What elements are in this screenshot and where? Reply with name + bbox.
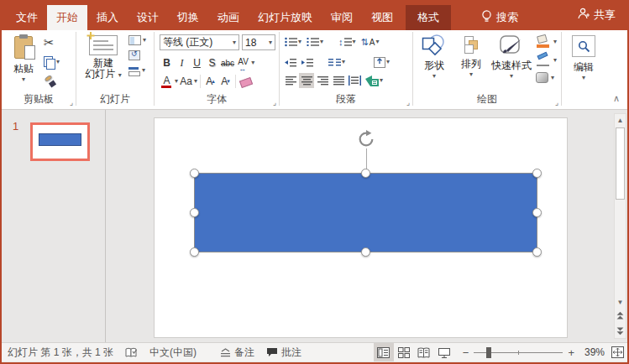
tab-home[interactable]: 开始: [47, 5, 87, 30]
tell-me-search[interactable]: 搜索: [473, 5, 527, 30]
shape-fill-button[interactable]: ▾: [536, 35, 557, 48]
reset-slide-button[interactable]: [128, 50, 146, 60]
resize-handle-middle-left[interactable]: [190, 208, 199, 217]
tab-transitions[interactable]: 切换: [168, 5, 208, 30]
paste-button[interactable]: 粘贴 ▾: [7, 34, 40, 95]
justify-icon: [333, 76, 344, 86]
align-center-button[interactable]: [299, 73, 314, 88]
strikethrough-button[interactable]: abc: [220, 55, 235, 70]
zoom-in-button[interactable]: +: [568, 346, 574, 359]
increase-indent-icon: [301, 58, 313, 67]
tab-animations[interactable]: 动画: [208, 5, 249, 30]
slide-indicator[interactable]: 幻灯片 第 1 张，共 1 张: [2, 343, 119, 361]
decrease-indent-button[interactable]: [283, 55, 298, 70]
clear-formatting-button[interactable]: [238, 74, 253, 89]
resize-handle-bottom-left[interactable]: [190, 247, 199, 257]
paragraph-dialog-launcher[interactable]: ⌟: [406, 99, 410, 106]
convert-smartart-button[interactable]: ▾: [364, 73, 385, 88]
tab-file[interactable]: 文件: [7, 5, 47, 30]
italic-button[interactable]: I: [175, 55, 189, 70]
resize-handle-bottom-right[interactable]: [532, 247, 542, 257]
line-spacing-button[interactable]: ↕ ▾: [337, 34, 358, 49]
underline-button[interactable]: U: [190, 55, 204, 70]
next-slide-button[interactable]: [615, 323, 626, 338]
cut-button[interactable]: ✂: [44, 35, 60, 50]
fit-slide-to-window-button[interactable]: [611, 346, 624, 358]
scrollbar-thumb[interactable]: [616, 127, 625, 200]
slide-thumbnail[interactable]: [30, 122, 90, 161]
slide-sorter-view-button[interactable]: [394, 343, 414, 361]
rotate-handle[interactable]: [357, 130, 375, 152]
font-color-button[interactable]: A: [160, 74, 174, 89]
slide-canvas[interactable]: [154, 117, 568, 338]
distribute-text-button[interactable]: [347, 73, 363, 88]
shape-effects-icon: [536, 72, 548, 83]
character-spacing-button[interactable]: AV: [236, 55, 250, 70]
resize-handle-top-right[interactable]: [532, 169, 542, 178]
clipboard-dialog-launcher[interactable]: ⌟: [70, 99, 73, 106]
font-dialog-launcher[interactable]: ⌟: [273, 99, 276, 106]
format-painter-button[interactable]: [44, 74, 60, 89]
selected-rectangle-shape[interactable]: [195, 174, 537, 252]
align-right-button[interactable]: [315, 73, 330, 88]
bullets-button[interactable]: ▾: [283, 34, 303, 49]
scroll-down-button[interactable]: ▼: [615, 296, 626, 308]
resize-handle-top-left[interactable]: [190, 169, 199, 178]
normal-view-button[interactable]: [374, 343, 394, 361]
slide-show-icon: [438, 347, 450, 358]
shape-effects-button[interactable]: ▾: [536, 72, 557, 83]
tab-review[interactable]: 审阅: [322, 5, 362, 30]
zoom-out-button[interactable]: −: [463, 346, 469, 359]
increase-indent-button[interactable]: [300, 55, 315, 70]
collapse-ribbon-button[interactable]: ∧: [613, 93, 620, 104]
numbering-button[interactable]: ▾: [305, 34, 325, 49]
scroll-up-button[interactable]: ▲: [615, 114, 626, 126]
copy-button[interactable]: ▾: [44, 55, 60, 70]
comments-button[interactable]: 批注: [260, 343, 307, 361]
editing-button[interactable]: 编辑 ▾: [569, 35, 599, 81]
notes-button[interactable]: 备注: [214, 343, 260, 361]
language-button[interactable]: 中文(中国): [144, 343, 202, 361]
share-button[interactable]: 共享: [577, 0, 616, 30]
slide-layout-button[interactable]: ▾: [128, 35, 146, 45]
bold-button[interactable]: B: [160, 55, 174, 70]
new-slide-button[interactable]: 新建 幻灯片 ▾: [80, 34, 127, 96]
clipboard-mini-buttons: ✂ ▾: [44, 35, 60, 89]
grow-font-button[interactable]: A▴: [203, 74, 218, 89]
shrink-font-button[interactable]: A▾: [218, 74, 233, 89]
reading-view-button[interactable]: [414, 343, 434, 361]
tab-format-contextual[interactable]: 格式: [406, 5, 451, 30]
resize-handle-top-center[interactable]: [361, 169, 370, 178]
change-case-button[interactable]: Aa: [179, 74, 193, 89]
shapes-button[interactable]: 形状 ▾: [415, 34, 453, 96]
tab-slideshow[interactable]: 幻灯片放映: [249, 5, 322, 30]
dropdown-arrow-icon: ▾: [118, 71, 122, 79]
zoom-slider-thumb[interactable]: [486, 347, 491, 358]
tab-insert[interactable]: 插入: [87, 5, 128, 30]
previous-slide-button[interactable]: [615, 308, 626, 323]
align-text-button[interactable]: ▾: [372, 55, 391, 70]
slide-show-button[interactable]: [434, 343, 454, 361]
resize-handle-bottom-center[interactable]: [361, 247, 370, 257]
justify-button[interactable]: [331, 73, 346, 88]
columns-button[interactable]: ▾: [327, 55, 347, 70]
resize-handle-middle-right[interactable]: [532, 208, 542, 217]
text-shadow-button[interactable]: S: [205, 55, 219, 70]
tab-view[interactable]: 视图: [362, 5, 402, 30]
lines-icon: [344, 37, 352, 47]
zoom-percentage[interactable]: 39%: [579, 346, 605, 358]
tab-design[interactable]: 设计: [128, 5, 168, 30]
spell-check-button[interactable]: [119, 343, 144, 361]
arrange-button[interactable]: 排列 ▾: [452, 34, 490, 96]
font-name-combobox[interactable]: 等线 (正文) ▾: [160, 34, 239, 50]
font-size-combobox[interactable]: 18 ▾: [242, 34, 275, 50]
drawing-group-label: 绘图: [413, 92, 561, 107]
shape-outline-button[interactable]: ▾: [536, 54, 557, 66]
text-direction-button[interactable]: ⇅A ▾: [359, 34, 381, 49]
align-left-button[interactable]: [283, 73, 298, 88]
shape-fill-icon: [536, 35, 551, 48]
drawing-dialog-launcher[interactable]: ⌟: [555, 99, 558, 106]
quick-styles-button[interactable]: 快速样式 ▾: [489, 34, 534, 96]
zoom-slider-track[interactable]: [474, 352, 563, 353]
section-button[interactable]: ▾: [128, 65, 146, 75]
